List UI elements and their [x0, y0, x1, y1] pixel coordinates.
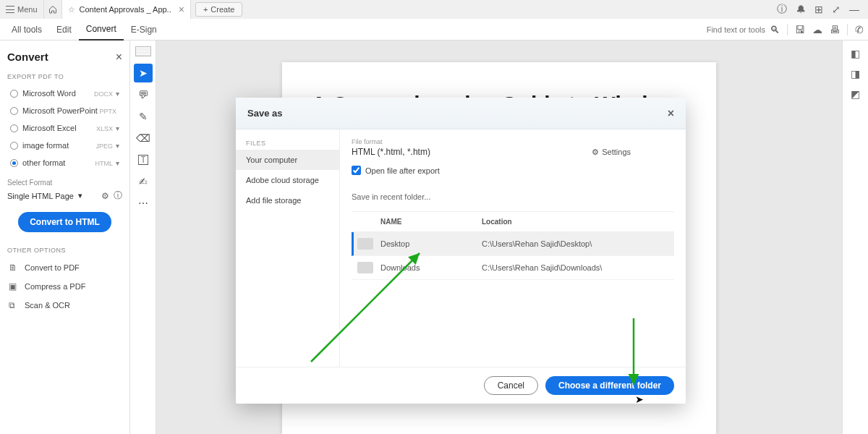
sidebar-item-your-computer[interactable]: Your computer [236, 150, 339, 170]
choose-folder-button[interactable]: Choose a different folder [545, 376, 674, 395]
cloud-icon[interactable]: ☁︎ [812, 24, 822, 35]
folder-name: Downloads [380, 263, 482, 272]
edit-tab[interactable]: Edit [49, 19, 79, 41]
esign-tab[interactable]: E-Sign [124, 19, 164, 41]
help-icon[interactable]: ⓘ [777, 3, 787, 16]
document-tab[interactable]: ☆ Content Approvals _ App.. × [62, 0, 191, 19]
dialog-main: File format HTML (*.html, *.htm) ⚙Settin… [340, 129, 686, 367]
export-option-excel[interactable]: Microsoft Excel XLSX▾ [7, 119, 122, 137]
column-name: NAME [380, 218, 482, 226]
recent-folders-table: NAME Location Desktop C:\Users\Rehan Saj… [352, 211, 674, 280]
radio-icon [10, 124, 18, 132]
export-option-label: other format [22, 158, 65, 167]
open-after-checkbox-row[interactable]: Open file after export [352, 166, 674, 175]
open-after-label: Open file after export [365, 166, 440, 175]
convert-pdf-icon: 🗎 [9, 263, 19, 273]
close-tab-icon[interactable]: × [179, 4, 184, 15]
home-icon [48, 5, 57, 14]
panel-title: Convert [7, 51, 122, 63]
convert-to-html-button[interactable]: Convert to HTML [18, 212, 111, 232]
create-button[interactable]: + Create [195, 2, 242, 17]
main-toolbar: All tools Edit Convert E-Sign Find text … [0, 19, 868, 41]
file-format-label: File format [352, 138, 674, 145]
radio-icon-selected [10, 159, 18, 167]
folder-icon [357, 238, 373, 250]
export-option-other[interactable]: other format HTML▾ [7, 154, 122, 171]
chevron-down-icon: ▾ [116, 124, 119, 132]
scan-ocr-item[interactable]: ⧉Scan & OCR [7, 296, 122, 315]
print-icon[interactable]: 🖶 [830, 24, 840, 35]
dialog-footer: Cancel Choose a different folder [236, 367, 686, 404]
panel-shortcut-icon[interactable]: ◩ [851, 88, 860, 100]
export-option-label: image format [22, 141, 69, 150]
folder-row-desktop[interactable]: Desktop C:\Users\Rehan Sajid\Desktop\ [352, 232, 674, 256]
column-location: Location [482, 218, 512, 226]
sidebar-item-adobe-cloud[interactable]: Adobe cloud storage [236, 170, 339, 190]
home-button[interactable] [43, 0, 62, 19]
format-badge: HTML [95, 160, 114, 167]
dialog-title: Save as [247, 108, 282, 119]
expand-icon[interactable]: ⤢ [832, 4, 841, 15]
share-icon[interactable]: ✆ [855, 24, 864, 35]
export-option-word[interactable]: Microsoft Word DOCX▾ [7, 85, 122, 102]
pen-tool[interactable]: ✎ [134, 107, 153, 126]
close-dialog-icon[interactable]: × [668, 107, 674, 120]
open-after-checkbox[interactable] [352, 166, 361, 175]
create-label: Create [210, 5, 234, 14]
chevron-down-icon: ▾ [116, 159, 119, 167]
eraser-tool[interactable]: ⌫ [134, 129, 153, 148]
gear-icon[interactable]: ⚙ [101, 191, 109, 201]
folder-icon [357, 262, 373, 273]
menu-button[interactable]: Menu [0, 5, 43, 14]
comment-tool[interactable]: 💬︎ [134, 85, 153, 104]
close-panel-icon[interactable]: × [116, 51, 122, 64]
radio-icon [10, 90, 18, 98]
radio-icon [10, 107, 18, 115]
folder-row-downloads[interactable]: Downloads C:\Users\Rehan Sajid\Downloads… [352, 256, 674, 280]
file-format-value[interactable]: HTML (*.html, *.htm) [352, 147, 430, 157]
export-option-powerpoint[interactable]: Microsoft PowerPoint PPTX [7, 102, 122, 119]
files-label: FILES [236, 137, 339, 150]
toolbar-divider-2 [847, 24, 848, 35]
export-option-label: Microsoft Word [22, 89, 76, 98]
toolbar-divider [787, 24, 788, 35]
select-tool[interactable]: ➤ [134, 64, 153, 82]
panel-shortcut-icon[interactable]: ◨ [851, 68, 860, 80]
compress-icon: ▣ [9, 281, 19, 292]
all-tools-tab[interactable]: All tools [4, 19, 49, 41]
text-tool[interactable]: 🅃 [134, 150, 153, 169]
compress-pdf-item[interactable]: ▣Compress a PDF [7, 277, 122, 296]
save-icon[interactable]: 🖫 [795, 24, 805, 35]
format-badge: JPEG [95, 142, 113, 150]
sidebar-item-add-storage[interactable]: Add file storage [236, 190, 339, 210]
page-thumb[interactable] [135, 46, 151, 56]
cancel-button[interactable]: Cancel [484, 376, 538, 395]
tab-title: Content Approvals _ App.. [80, 5, 171, 14]
select-format-value[interactable]: Single HTML Page [7, 192, 74, 200]
info-icon[interactable]: ⓘ [114, 190, 122, 202]
panel-shortcut-icon[interactable]: ◧ [851, 48, 860, 59]
export-option-image[interactable]: image format JPEG▾ [7, 137, 122, 154]
signature-tool[interactable]: ✍︎ [134, 172, 153, 191]
convert-tab[interactable]: Convert [79, 19, 124, 41]
chevron-down-icon[interactable]: ▾ [78, 191, 82, 200]
select-format-section: Select Format Single HTML Page ▾ ⚙ ⓘ [7, 179, 122, 202]
hamburger-icon [6, 6, 14, 13]
save-recent-folder-label: Save in recent folder... [352, 192, 674, 201]
right-rail: ◧ ◨ ◩ [842, 41, 868, 434]
minimize-button[interactable]: — [849, 4, 859, 15]
search-area[interactable]: Find text or tools 🔍︎ [707, 24, 780, 35]
settings-link[interactable]: ⚙Settings [592, 148, 674, 157]
more-tools[interactable]: ⋯ [134, 194, 153, 213]
apps-icon[interactable]: ⊞ [814, 4, 823, 15]
export-option-label: Microsoft PowerPoint [22, 106, 98, 115]
star-icon: ☆ [68, 5, 75, 14]
chevron-down-icon: ▾ [116, 90, 119, 98]
save-as-dialog: Save as × FILES Your computer Adobe clou… [236, 98, 686, 404]
titlebar-right-icons: ⓘ 🔔︎ ⊞ ⤢ — [777, 3, 868, 16]
export-option-label: Microsoft Excel [22, 124, 77, 132]
bell-icon[interactable]: 🔔︎ [796, 4, 806, 15]
table-header: NAME Location [352, 212, 674, 232]
convert-to-pdf-item[interactable]: 🗎Convert to PDF [7, 258, 122, 277]
gear-icon: ⚙ [592, 148, 599, 157]
